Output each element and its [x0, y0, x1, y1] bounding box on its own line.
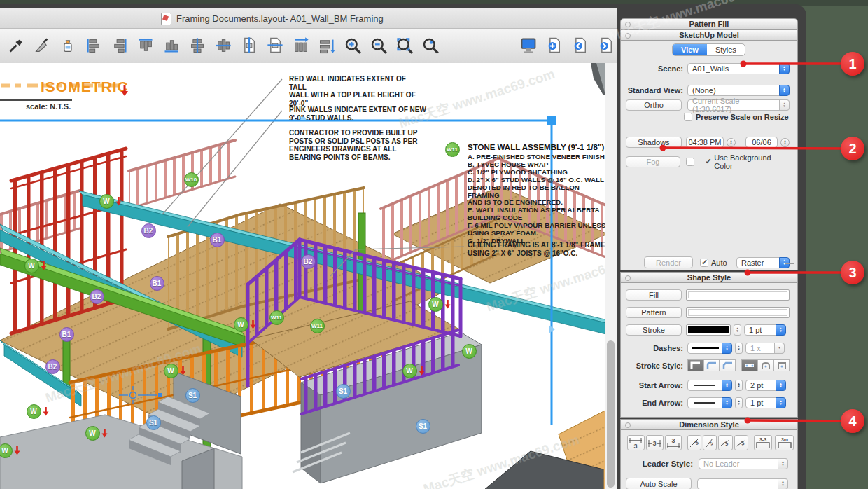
- start-arrow-width-dropdown[interactable]: 2 pt ▲▼: [746, 380, 786, 391]
- date-knob[interactable]: ▲▼: [780, 138, 790, 147]
- join-glue-icon[interactable]: [57, 34, 78, 57]
- zoom-in-icon[interactable]: [342, 34, 363, 57]
- chevron-down-icon[interactable]: ▼: [774, 343, 785, 354]
- panel-resize-grip[interactable]: [785, 262, 794, 268]
- zoom-to-fit-icon[interactable]: [394, 34, 415, 57]
- round-join-button[interactable]: [704, 359, 720, 371]
- previous-page-icon[interactable]: [570, 34, 591, 57]
- end-arrow-stepper[interactable]: ▲▼: [735, 397, 743, 408]
- dim-angle-1-button[interactable]: 3: [687, 435, 701, 450]
- align-right-icon[interactable]: [109, 34, 130, 57]
- add-page-icon[interactable]: [544, 34, 565, 57]
- render-mode-dropdown[interactable]: Raster ▲▼: [736, 257, 790, 268]
- center-horizontally-icon[interactable]: [213, 34, 234, 57]
- dash-scale-dropdown[interactable]: 1 x ▼: [746, 343, 785, 354]
- dim-angle-3-button[interactable]: 3: [718, 435, 732, 450]
- pattern-button[interactable]: Pattern: [626, 307, 682, 318]
- auto-scale-button[interactable]: Auto Scale: [626, 478, 692, 489]
- dim-angle-2-button[interactable]: 3: [703, 435, 717, 450]
- panel-header-sketchup-model[interactable]: SketchUp Model: [620, 29, 798, 41]
- shadow-date-field[interactable]: 06/06: [746, 137, 778, 148]
- tab-view[interactable]: View: [673, 44, 707, 55]
- stepper-icon[interactable]: ▲▼: [722, 380, 732, 391]
- space-vertically-icon[interactable]: [316, 34, 337, 57]
- leader-style-dropdown[interactable]: No Leader ▲▼: [699, 458, 788, 469]
- square-cap-button[interactable]: [774, 359, 790, 371]
- collapse-dot-icon[interactable]: [625, 275, 631, 281]
- stepper-icon[interactable]: ▲▼: [778, 458, 788, 469]
- fog-checkbox[interactable]: [686, 158, 694, 166]
- stepper-icon[interactable]: ▲▼: [778, 478, 788, 489]
- stepper-icon[interactable]: ▲▼: [779, 85, 790, 96]
- panel-header-shape-style[interactable]: Shape Style: [620, 272, 798, 283]
- scene-dropdown[interactable]: A01_Walls ▲▼: [687, 63, 790, 74]
- dim-extension-button[interactable]: 3-3: [754, 435, 773, 450]
- ortho-button[interactable]: Ortho: [626, 99, 682, 111]
- align-left-icon[interactable]: [83, 34, 104, 57]
- dashes-dropdown[interactable]: ▲▼: [687, 343, 732, 354]
- shadow-time-field[interactable]: 04:38 PM: [686, 137, 724, 148]
- canvas-scrollbar-thumb[interactable]: [607, 340, 615, 488]
- fill-button[interactable]: Fill: [626, 289, 682, 301]
- flat-cap-button[interactable]: [741, 359, 757, 371]
- center-page-vertical-icon[interactable]: [239, 34, 260, 57]
- panel-header-dimension-style[interactable]: Dimension Style: [620, 419, 798, 430]
- view-styles-tabs: View Styles: [672, 43, 746, 56]
- dim-text-above-button[interactable]: 3: [665, 435, 682, 450]
- actual-size-icon[interactable]: [420, 34, 441, 57]
- stroke-color-swatch[interactable]: [686, 324, 731, 336]
- dimension-scale-dropdown[interactable]: ▲▼: [697, 478, 788, 489]
- dim-angle-4-button[interactable]: 3: [734, 435, 748, 450]
- stepper-icon[interactable]: ▲▼: [779, 63, 790, 74]
- time-knob[interactable]: ▲▼: [727, 138, 736, 147]
- center-vertically-icon[interactable]: [187, 34, 208, 57]
- stroke-width-dropdown[interactable]: 1 pt ▲▼: [744, 324, 786, 336]
- space-horizontally-icon[interactable]: [290, 34, 312, 57]
- selection-corner-handle[interactable]: [547, 116, 556, 125]
- collapse-dot-icon[interactable]: [625, 22, 631, 27]
- next-page-icon[interactable]: [596, 34, 617, 57]
- collapse-dot-icon[interactable]: [625, 33, 631, 39]
- auto-render-checkbox[interactable]: [700, 259, 708, 267]
- use-background-checkbox[interactable]: [704, 158, 713, 166]
- dash-scale-stepper[interactable]: ▲▼: [735, 343, 743, 354]
- stepper-icon[interactable]: ▲▼: [722, 397, 732, 408]
- center-page-horizontal-icon[interactable]: [265, 34, 286, 57]
- stepper-icon[interactable]: ▲▼: [776, 380, 786, 391]
- end-arrow-dropdown[interactable]: ▲▼: [687, 397, 732, 408]
- standard-view-dropdown[interactable]: (None) ▲▼: [687, 85, 790, 96]
- start-arrow-dropdown[interactable]: ▲▼: [687, 380, 732, 391]
- pattern-swatch[interactable]: [686, 307, 790, 318]
- dim-text-inline-button[interactable]: 3: [646, 435, 664, 450]
- stepper-icon[interactable]: ▲▼: [776, 324, 786, 336]
- stepper-icon[interactable]: ▲▼: [722, 343, 732, 354]
- stepper-icon[interactable]: ▲▼: [776, 397, 786, 408]
- shadows-button[interactable]: Shadows: [626, 137, 682, 148]
- zoom-out-icon[interactable]: [368, 34, 389, 57]
- panel-header-pattern-fill[interactable]: Pattern Fill: [620, 18, 798, 29]
- current-scale-dropdown[interactable]: Current Scale (1:30.6017) ▲▼: [687, 99, 790, 111]
- dim-text-below-button[interactable]: 3: [627, 435, 645, 450]
- stroke-width-stepper[interactable]: ▲▼: [734, 324, 741, 336]
- document-canvas[interactable]: Mac天空 www.mac69.com Mac天空 www.mac69.com …: [0, 63, 617, 489]
- align-top-icon[interactable]: [135, 34, 156, 57]
- dim-units-button[interactable]: 3m: [775, 435, 794, 450]
- end-arrow-width-dropdown[interactable]: 1 pt ▲▼: [746, 397, 786, 408]
- fog-button[interactable]: Fog: [626, 156, 680, 167]
- start-arrow-stepper[interactable]: ▲▼: [735, 380, 743, 391]
- tab-styles[interactable]: Styles: [707, 44, 745, 55]
- eyedropper-icon[interactable]: [6, 34, 27, 57]
- align-bottom-icon[interactable]: [161, 34, 182, 57]
- canvas-scrollbar[interactable]: [605, 63, 617, 489]
- bevel-join-button[interactable]: [720, 359, 736, 371]
- round-cap-button[interactable]: [757, 359, 774, 371]
- render-button[interactable]: Render: [644, 256, 693, 268]
- presentation-monitor-icon[interactable]: [518, 34, 539, 57]
- fill-color-swatch[interactable]: [686, 289, 790, 301]
- stepper-icon[interactable]: ▲▼: [779, 99, 790, 111]
- stroke-button[interactable]: Stroke: [626, 324, 682, 336]
- miter-join-button[interactable]: [687, 359, 704, 371]
- collapse-dot-icon[interactable]: [625, 422, 631, 428]
- preserve-scale-checkbox[interactable]: [684, 113, 692, 121]
- split-knife-icon[interactable]: [31, 34, 52, 57]
